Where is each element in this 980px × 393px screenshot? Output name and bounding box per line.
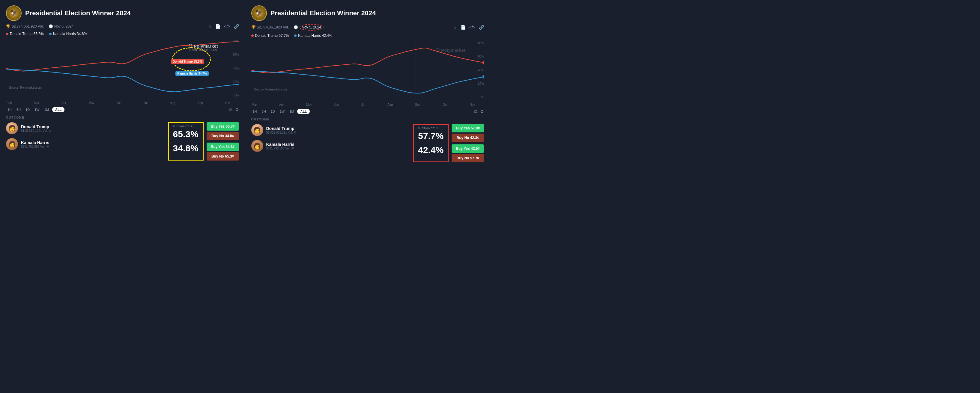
legend-dot (294, 35, 297, 37)
document-button[interactable]: 📄 (215, 24, 220, 29)
panel-header: 🦅 Presidential Election Winner 2024 (6, 5, 239, 21)
x-axis-label: Apr (62, 101, 66, 105)
time-filter-all[interactable]: ALL (52, 107, 64, 113)
watermark-date: Oct 31, 2024 11:16 am (189, 49, 217, 52)
time-filter-1d[interactable]: 1D (269, 109, 277, 114)
meta-row: 🏆 $2,774,361,920 Vol. 🕐Nov 5, 2024 ☆ 📄 <… (251, 24, 484, 30)
legend-label: Kamala Harris 42.4% (298, 33, 332, 38)
time-filter-1m[interactable]: 1M (288, 109, 295, 114)
clock-icon: 🕐 (49, 24, 53, 29)
logo: 🦅 (251, 5, 267, 21)
outcome-row-0: 🧑 Donald Trump $1,022,801,291 Vol. ⊞ (251, 124, 410, 136)
time-filter-1m[interactable]: 1M (43, 107, 50, 113)
chance-pct-1: 42.4% (418, 145, 444, 155)
x-axis-label: Apr (279, 103, 284, 106)
buy-yes-button-1[interactable]: Buy Yes 42.5¢ (452, 144, 484, 153)
document-button[interactable]: 📄 (461, 25, 466, 30)
buy-no-button-1[interactable]: Buy No 65.3¢ (207, 152, 239, 160)
x-axis-label: Oct (442, 103, 447, 106)
legend-dot (49, 33, 52, 35)
buy-yes-button-0[interactable]: Buy Yes 65.3¢ (207, 122, 239, 131)
buy-pair-1: Buy Yes 34.8¢ Buy No 65.3¢ (207, 143, 239, 160)
chart-area: ⬡ Polymarket Source: Polymarket.com 80%6… (251, 40, 484, 100)
header-actions: ☆ 📄 </> 🔗 (453, 25, 484, 30)
outcome-row-1: 👩 Kamala Harris $641,792,596 Vol. ⊞ (6, 138, 165, 150)
meta-row: 🏆 $2,774,361,920 Vol. 🕐Nov 5, 2024 ☆ 📄 <… (6, 24, 239, 29)
outcome-info-0: Donald Trump $1,022,801,291 Vol. ⊞ (21, 124, 165, 132)
outcome-avatar-harris: 👩 (251, 140, 263, 152)
buy-buttons-group: Buy Yes 57.8¢ Buy No 42.3¢ Buy Yes 42.5¢… (452, 124, 484, 162)
legend-item: Donald Trump 65.3% (6, 32, 44, 36)
legend-item: Kamala Harris 34.8% (49, 32, 87, 36)
buy-no-button-0[interactable]: Buy No 42.3¢ (452, 133, 484, 142)
y-axis-label: 40% (231, 67, 239, 70)
legend-item: Donald Trump 57.7% (251, 33, 289, 38)
buy-pair-0: Buy Yes 57.8¢ Buy No 42.3¢ (452, 124, 484, 142)
filter-actions: ⚖ ⚙ (229, 107, 239, 112)
time-filter-1h[interactable]: 1H (6, 107, 13, 113)
buy-yes-button-1[interactable]: Buy Yes 34.8¢ (207, 143, 239, 151)
filter-button[interactable]: ⚖ (229, 107, 233, 112)
y-axis-label: 0% (231, 94, 239, 97)
polymarket-watermark-highlight: ⬡ Polymarket Oct 31, 2024 11:16 am (188, 43, 218, 52)
y-axis-label: 80% (231, 40, 239, 43)
chart-legend: Donald Trump 57.7% Kamala Harris 42.4% (251, 33, 484, 38)
date-value: Nov 5, 2024 (299, 24, 324, 30)
trophy-icon: 🏆 (251, 25, 256, 29)
star-button[interactable]: ☆ (208, 24, 212, 29)
x-axis-label: Oct (225, 101, 230, 105)
outcome-divider (6, 136, 165, 136)
x-axis-label: Jun (334, 103, 339, 106)
chance-divider (173, 141, 199, 141)
x-axis: MarAprMayJunJulAugSepOctNov (251, 103, 484, 106)
outcome-section-label: OUTCOME (6, 116, 239, 119)
time-filter-all[interactable]: ALL (297, 109, 309, 114)
outcome-name-1: Kamala Harris (21, 140, 165, 145)
date-item: 🕐Nov 5, 2024 (49, 24, 74, 29)
legend-dot (6, 33, 8, 35)
buy-pair-0: Buy Yes 65.3¢ Buy No 34.8¢ (207, 122, 239, 140)
buy-no-button-1[interactable]: Buy No 57.7¢ (452, 154, 484, 162)
y-axis-label: 20% (231, 80, 239, 84)
time-filter-6h[interactable]: 6H (260, 109, 267, 114)
star-button[interactable]: ☆ (453, 25, 457, 30)
y-axis-label: 60% (231, 53, 239, 56)
y-axis: 80%60%40%20%0% (476, 40, 484, 100)
buy-no-button-0[interactable]: Buy No 34.8¢ (207, 132, 239, 140)
legend-label: Kamala Harris 34.8% (53, 32, 87, 36)
time-filter-6h[interactable]: 6H (15, 107, 22, 113)
panel-left: 🦅 Presidential Election Winner 2024 🏆 $2… (0, 0, 245, 196)
time-filter-1h[interactable]: 1H (251, 109, 258, 114)
code-button[interactable]: </> (469, 25, 475, 30)
x-axis-label: Jun (117, 101, 121, 105)
panel-header: 🦅 Presidential Election Winner 2024 (251, 5, 484, 21)
polymarket-icon: ⬡ (188, 43, 192, 49)
buy-yes-button-0[interactable]: Buy Yes 57.8¢ (452, 124, 484, 132)
link-button[interactable]: 🔗 (479, 25, 484, 30)
filter-button[interactable]: ⚖ (474, 109, 478, 114)
polymarket-label: Polymarket (194, 43, 218, 49)
refresh-icon: ↻ (191, 125, 194, 128)
panel-right: 🦅 Presidential Election Winner 2024 🏆 $2… (245, 0, 490, 196)
chance-pct-1: 34.8% (173, 143, 199, 154)
x-axis-label: Aug (170, 101, 175, 105)
buy-pair-1: Buy Yes 42.5¢ Buy No 57.7¢ (452, 144, 484, 162)
clock-icon: 🕐 (294, 25, 298, 29)
x-axis-label: Mar (34, 101, 39, 105)
settings-button[interactable]: ⚙ (235, 107, 239, 112)
settings-button[interactable]: ⚙ (480, 109, 484, 114)
time-filter-1w[interactable]: 1W (33, 107, 41, 113)
link-button[interactable]: 🔗 (234, 24, 239, 29)
panel-title: Presidential Election Winner 2024 (270, 9, 376, 17)
panels-wrapper: 🦅 Presidential Election Winner 2024 🏆 $2… (0, 0, 490, 196)
outcome-name-0: Donald Trump (266, 126, 410, 131)
code-button[interactable]: </> (224, 24, 230, 29)
source-label: Source: Polymarket.com (254, 88, 287, 91)
polymarket-label: Polymarket (441, 48, 465, 53)
chance-box: % CHANCE ↻ 65.3% 34.8% (168, 122, 204, 160)
time-filter-1w[interactable]: 1W (278, 109, 286, 114)
legend-dot (251, 35, 254, 37)
legend-label: Donald Trump 65.3% (10, 32, 44, 36)
time-filter-1d[interactable]: 1D (24, 107, 31, 113)
x-axis-label: Aug (387, 103, 393, 106)
